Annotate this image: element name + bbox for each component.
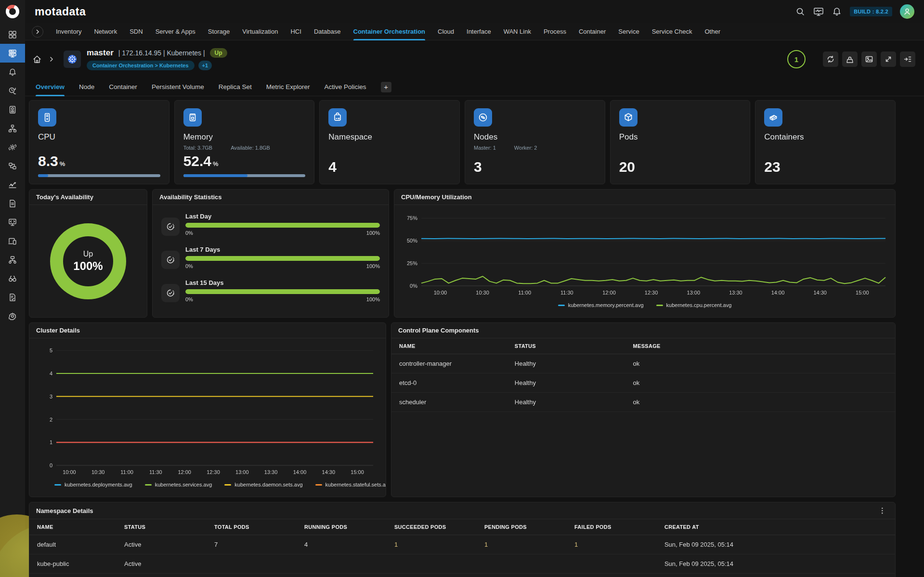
add-tab-button[interactable]: + — [381, 82, 391, 92]
nav-item-service[interactable]: Service — [618, 23, 639, 40]
infrastructure-monitor-icon — [8, 49, 17, 58]
sidebar-item-discovery-binoculars[interactable] — [0, 269, 25, 288]
tab-container[interactable]: Container — [109, 78, 137, 96]
availability-label: Last 15 Days — [185, 279, 380, 286]
legend-item[interactable]: kubernetes.deployments.avg — [54, 482, 132, 487]
sidebar-item-workflow-boxes[interactable] — [0, 156, 25, 175]
table-cell: Sun, Feb 09 2025, 05:14 — [660, 554, 895, 574]
tab-replica-set[interactable]: Replica Set — [219, 78, 252, 96]
card-title: Control Plane Components — [391, 323, 895, 338]
sidebar-item-devices[interactable] — [0, 231, 25, 250]
nav-item-container-orchestration[interactable]: Container Orchestration — [353, 23, 426, 40]
nav-item-wan-link[interactable]: WAN Link — [504, 23, 531, 40]
details-panel-button[interactable] — [900, 51, 915, 67]
tab-metric-explorer[interactable]: Metric Explorer — [266, 78, 310, 96]
legend-item[interactable]: kubernetes.cpu.percent.avg — [656, 302, 732, 308]
fullscreen-button[interactable] — [881, 51, 896, 67]
stat-sub-right: Available: 1.8GB — [231, 145, 270, 151]
legend-item[interactable]: kubernetes.services.avg — [145, 482, 212, 487]
column-header: NAME — [29, 519, 119, 535]
availability-row: Last Day0%100% — [161, 213, 380, 236]
nav-item-service-check[interactable]: Service Check — [652, 23, 692, 40]
sidebar-item-automation-gear[interactable] — [0, 138, 25, 156]
card-title: Today's Availability — [29, 190, 147, 205]
svg-text:5: 5 — [50, 347, 52, 353]
memory-icon — [183, 108, 202, 127]
table-cell — [299, 554, 390, 574]
svg-text:13:00: 13:00 — [235, 469, 249, 475]
table-cell: Sun, Feb 09 2025, 05:14 — [660, 535, 895, 554]
monitor-activity-icon[interactable] — [813, 6, 824, 17]
svg-text:75%: 75% — [407, 215, 417, 221]
sidebar-item-network-devices[interactable] — [0, 250, 25, 269]
notifications-bell-icon[interactable] — [832, 6, 842, 17]
table-row[interactable]: defaultActive74111Sun, Feb 09 2025, 05:1… — [29, 535, 895, 554]
tab-overview[interactable]: Overview — [36, 78, 65, 96]
sidebar-item-compliance-report[interactable] — [0, 288, 25, 307]
nav-item-server-apps[interactable]: Server & Apps — [156, 23, 195, 40]
home-icon[interactable] — [32, 54, 42, 64]
refresh-button[interactable] — [823, 51, 838, 67]
sidebar-item-scheduled-jobs[interactable] — [0, 81, 25, 100]
stat-title: Nodes — [474, 132, 596, 142]
policy-counter[interactable]: 1 — [787, 50, 806, 68]
sidebar-item-infrastructure-monitor[interactable] — [0, 44, 25, 63]
tab-active-policies[interactable]: Active Policies — [325, 78, 366, 96]
table-cell — [390, 554, 480, 574]
module-navbar: InventoryNetworkSDNServer & AppsStorageV… — [25, 23, 924, 40]
legend-item[interactable]: kubernetes.memory.percent.avg — [558, 302, 644, 308]
nav-item-process[interactable]: Process — [544, 23, 566, 40]
namespace-details-table: NAMESTATUSTOTAL PODSRUNNING PODSSUCCEEDE… — [29, 519, 895, 574]
sidebar-item-apps-grid[interactable] — [0, 25, 25, 44]
nav-item-network[interactable]: Network — [94, 23, 117, 40]
sidebar — [0, 0, 25, 577]
sidebar-item-settings-gear[interactable] — [0, 307, 25, 325]
search-icon[interactable] — [795, 6, 806, 17]
bar-min: 0% — [185, 230, 193, 236]
nav-item-database[interactable]: Database — [314, 23, 341, 40]
table-row[interactable]: controller-managerHealthyok — [391, 354, 895, 373]
namespace-menu-button[interactable]: ⋮ — [877, 506, 888, 515]
legend-item[interactable]: kubernetes.stateful.sets.avg — [315, 482, 386, 487]
breadcrumb-chevron-icon — [46, 54, 57, 64]
sidebar-item-alerts-bell[interactable] — [0, 63, 25, 81]
nav-item-interface[interactable]: Interface — [467, 23, 491, 40]
topbar: motadata BUILD : 8.2.2 — [25, 0, 924, 23]
nav-item-virtualization[interactable]: Virtualization — [242, 23, 278, 40]
nav-item-inventory[interactable]: Inventory — [56, 23, 81, 40]
availability-label: Last 7 Days — [185, 246, 380, 253]
table-cell: 4 — [299, 535, 390, 554]
entity-tag-more[interactable]: +1 — [198, 61, 212, 70]
nav-item-other[interactable]: Other — [704, 23, 720, 40]
tab-persistent-volume[interactable]: Persistent Volume — [152, 78, 204, 96]
todays-availability-card: Today's Availability Up 100% — [29, 189, 147, 318]
column-header: STATUS — [510, 338, 628, 354]
snapshot-image-button[interactable] — [861, 51, 877, 67]
sidebar-item-log-document[interactable] — [0, 194, 25, 213]
nav-item-hci[interactable]: HCI — [290, 23, 301, 40]
table-row[interactable]: schedulerHealthyok — [391, 393, 895, 412]
sidebar-item-analytics-trend[interactable] — [0, 175, 25, 194]
table-row[interactable]: etcd-0Healthyok — [391, 373, 895, 393]
motadata-logo-icon[interactable] — [6, 5, 19, 18]
stat-value: 4 — [328, 159, 337, 175]
build-badge: BUILD : 8.2.2 — [850, 7, 892, 16]
sidebar-item-topology[interactable] — [0, 119, 25, 138]
column-header: RUNNING PODS — [299, 519, 390, 535]
nav-item-cloud[interactable]: Cloud — [438, 23, 454, 40]
tab-node[interactable]: Node — [79, 78, 94, 96]
nav-item-container[interactable]: Container — [579, 23, 606, 40]
sidebar-item-agent-code[interactable] — [0, 213, 25, 231]
legend-item[interactable]: kubernetes.daemon.sets.avg — [224, 482, 302, 487]
nav-item-sdn[interactable]: SDN — [130, 23, 143, 40]
table-row[interactable]: kube-publicActiveSun, Feb 09 2025, 05:14 — [29, 554, 895, 574]
nav-expand-button[interactable] — [32, 26, 43, 38]
user-avatar[interactable] — [900, 4, 914, 19]
nav-item-storage[interactable]: Storage — [208, 23, 230, 40]
integrations-button[interactable] — [842, 51, 858, 67]
stat-card-nodes: NodesMaster: 1Worker: 23 — [465, 100, 605, 184]
availability-row: Last 7 Days0%100% — [161, 246, 380, 269]
entity-tag[interactable]: Container Orchestration > Kubernetes — [87, 61, 195, 70]
cpu-icon — [38, 108, 56, 127]
sidebar-item-report-clock[interactable] — [0, 100, 25, 119]
